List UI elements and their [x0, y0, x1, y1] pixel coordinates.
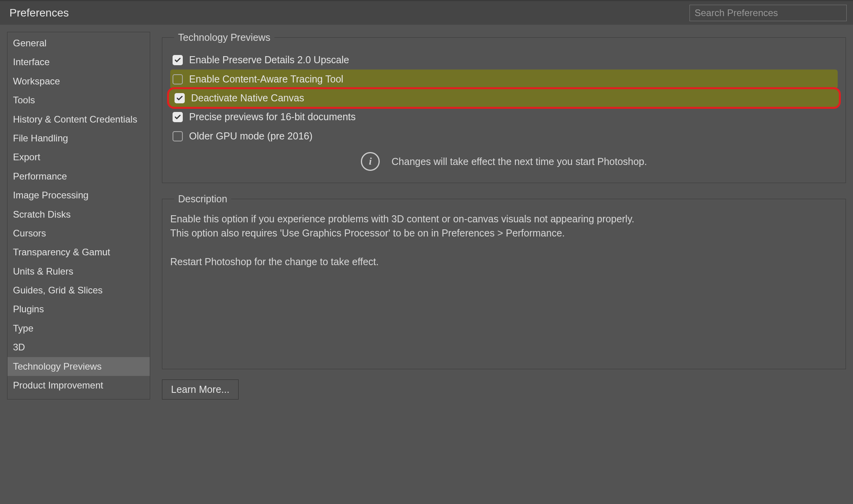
- sidebar-item[interactable]: Cursors: [7, 224, 150, 243]
- search-input[interactable]: [689, 5, 847, 21]
- checkbox[interactable]: [173, 131, 183, 141]
- main-panel: Technology Previews Enable Preserve Deta…: [162, 32, 846, 400]
- sidebar: GeneralInterfaceWorkspaceToolsHistory & …: [7, 32, 150, 400]
- description-group: Description Enable this option if you ex…: [162, 193, 846, 369]
- technology-previews-legend: Technology Previews: [174, 32, 274, 43]
- sidebar-item[interactable]: General: [7, 34, 150, 53]
- info-text: Changes will take effect the next time y…: [392, 156, 647, 167]
- sidebar-item[interactable]: Guides, Grid & Slices: [7, 281, 150, 300]
- description-body: Enable this option if you experience pro…: [170, 212, 838, 361]
- info-row: i Changes will take effect the next time…: [170, 146, 838, 175]
- info-icon: i: [361, 152, 380, 171]
- sidebar-item[interactable]: Scratch Disks: [7, 205, 150, 224]
- sidebar-item[interactable]: Tools: [7, 91, 150, 110]
- checkbox-label: Enable Preserve Details 2.0 Upscale: [189, 54, 349, 66]
- checkbox[interactable]: [173, 74, 183, 84]
- checkbox-label: Precise previews for 16-bit documents: [189, 111, 356, 123]
- sidebar-item[interactable]: 3D: [7, 338, 150, 357]
- learn-more-button[interactable]: Learn More...: [162, 379, 239, 400]
- technology-previews-options: Enable Preserve Details 2.0 UpscaleEnabl…: [170, 50, 838, 146]
- preference-option-row[interactable]: Enable Content-Aware Tracing Tool: [170, 70, 838, 89]
- sidebar-item[interactable]: Export: [7, 148, 150, 167]
- preference-option-row[interactable]: Deactivate Native Canvas: [167, 87, 841, 109]
- page-title: Preferences: [9, 7, 69, 19]
- sidebar-item[interactable]: Product Improvement: [7, 376, 150, 395]
- preference-option-row[interactable]: Enable Preserve Details 2.0 Upscale: [170, 50, 838, 70]
- sidebar-item[interactable]: Units & Rulers: [7, 262, 150, 281]
- sidebar-item[interactable]: File Handling: [7, 129, 150, 148]
- checkbox[interactable]: [173, 55, 183, 65]
- sidebar-item[interactable]: History & Content Credentials: [7, 110, 150, 129]
- body: GeneralInterfaceWorkspaceToolsHistory & …: [0, 25, 853, 407]
- technology-previews-group: Technology Previews Enable Preserve Deta…: [162, 32, 846, 183]
- header-bar: Preferences: [0, 0, 853, 25]
- preference-option-row[interactable]: Older GPU mode (pre 2016): [170, 126, 838, 146]
- sidebar-item[interactable]: Workspace: [7, 72, 150, 91]
- sidebar-item[interactable]: Transparency & Gamut: [7, 243, 150, 262]
- checkbox[interactable]: [175, 93, 185, 103]
- checkbox-label: Older GPU mode (pre 2016): [189, 130, 313, 142]
- sidebar-item[interactable]: Technology Previews: [7, 357, 150, 376]
- sidebar-item[interactable]: Plugins: [7, 300, 150, 319]
- sidebar-item[interactable]: Performance: [7, 167, 150, 186]
- checkbox[interactable]: [173, 112, 183, 122]
- checkbox-label: Enable Content-Aware Tracing Tool: [189, 73, 343, 85]
- sidebar-item[interactable]: Type: [7, 319, 150, 338]
- sidebar-item[interactable]: Interface: [7, 53, 150, 71]
- preference-option-row[interactable]: Precise previews for 16-bit documents: [170, 107, 838, 126]
- description-legend: Description: [174, 193, 231, 205]
- sidebar-item[interactable]: Image Processing: [7, 186, 150, 205]
- checkbox-label: Deactivate Native Canvas: [191, 92, 304, 104]
